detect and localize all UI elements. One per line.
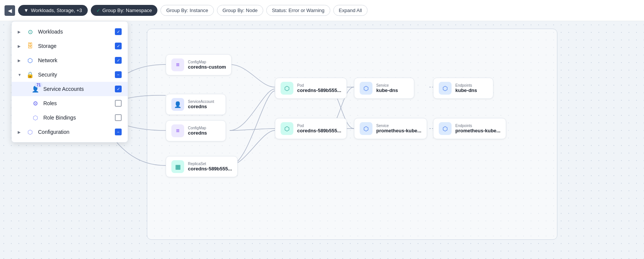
collapse-button[interactable]: ◀ <box>5 5 15 16</box>
service-icon: ⬡ <box>360 122 372 135</box>
chevron-right-icon: ▶ <box>18 58 22 63</box>
node-name: coredns-589b555... <box>297 87 341 93</box>
node-name: kube-dns <box>376 87 398 93</box>
service-accounts-checkbox[interactable]: ✓ <box>115 86 122 92</box>
group-instance-button[interactable]: Group By: Instance <box>160 5 214 16</box>
node-info: Endpoints prometheus-kube... <box>455 124 501 133</box>
sidebar-item-storage[interactable]: ▶ 🗄 Storage ✓ <box>12 39 128 53</box>
chevron-right-icon: ▶ <box>18 30 22 34</box>
role-bindings-icon: ⬡ <box>31 113 40 122</box>
node-info: Pod coredns-589b555... <box>297 124 341 133</box>
node-info: Service kube-dns <box>376 83 398 93</box>
node-name: prometheus-kube... <box>455 128 501 133</box>
security-icon: 🔒 <box>26 70 34 79</box>
node-info: Service prometheus-kube... <box>376 124 421 133</box>
sidebar-item-roles[interactable]: ▶ ⚙ Roles <box>12 96 128 110</box>
node-service-kube-dns[interactable]: ⬡ Service kube-dns <box>354 78 414 99</box>
group-node-label: Group By: Node <box>223 8 258 13</box>
roles-icon: ⚙ <box>31 99 40 107</box>
node-info: ConfigMap coredns-custom <box>188 60 226 70</box>
sidebar-item-role-bindings[interactable]: ▶ ⬡ Role Bindings <box>12 110 128 125</box>
network-icon: ⬡ <box>26 56 34 64</box>
pod-icon: ⬡ <box>281 82 293 95</box>
serviceaccount-icon: 👤 <box>171 98 184 111</box>
service-icon: ⬡ <box>360 82 372 95</box>
node-type: Endpoints <box>455 124 501 128</box>
node-info: ServiceAccount coredns <box>188 100 214 109</box>
toolbar: ◀ ▼ Workloads, Storage, +3 ✓ Group By: N… <box>0 0 644 21</box>
workloads-icon: ⊙ <box>26 28 34 36</box>
node-type: ReplicaSet <box>188 162 232 166</box>
sidebar-item-network[interactable]: ▶ ⬡ Network ✓ <box>12 53 128 67</box>
configuration-checkbox[interactable]: − <box>115 129 122 135</box>
node-name: coredns <box>188 130 207 136</box>
service-accounts-icon: 👤 71 <box>31 85 40 93</box>
node-pod2[interactable]: ⬡ Pod coredns-589b555... <box>275 118 347 139</box>
service-accounts-label: Service Accounts <box>43 86 111 92</box>
configmap-icon: ≡ <box>171 58 184 71</box>
storage-label: Storage <box>38 43 111 49</box>
status-filter-button[interactable]: Status: Error or Warning <box>266 5 330 16</box>
filter-label: Workloads, Storage, +3 <box>31 8 82 13</box>
node-endpoints-prometheus[interactable]: ⬡ Endpoints prometheus-kube... <box>433 118 506 139</box>
chevron-down-icon: ▼ <box>18 73 22 77</box>
sidebar-dropdown: ▶ ⊙ Workloads ✓ ▶ 🗄 Storage ✓ ▶ ⬡ Networ… <box>11 21 128 143</box>
node-pod1[interactable]: ⬡ Pod coredns-589b555... <box>275 78 347 99</box>
network-checkbox[interactable]: ✓ <box>115 57 122 64</box>
replicaset-icon: ▦ <box>171 160 184 173</box>
service-accounts-badge: 71 <box>35 83 43 87</box>
node-type: Pod <box>297 124 341 128</box>
filter-icon: ▼ <box>24 8 29 13</box>
configuration-label: Configuration <box>38 129 111 135</box>
filter-workloads-button[interactable]: ▼ Workloads, Storage, +3 <box>18 5 88 16</box>
node-configmap-custom[interactable]: ≡ ConfigMap coredns-custom <box>166 54 232 75</box>
security-checkbox[interactable]: − <box>115 71 122 78</box>
storage-checkbox[interactable]: ✓ <box>115 43 122 49</box>
node-service-prometheus[interactable]: ⬡ Service prometheus-kube... <box>354 118 427 139</box>
node-configmap-coredns[interactable]: ≡ ConfigMap coredns <box>166 120 226 141</box>
node-name: kube-dns <box>455 87 477 93</box>
node-name: coredns-589b555... <box>188 166 232 172</box>
storage-icon: 🗄 <box>26 42 34 50</box>
node-endpoints-kube-dns[interactable]: ⬡ Endpoints kube-dns <box>433 78 493 99</box>
node-info: ReplicaSet coredns-589b555... <box>188 162 232 172</box>
network-label: Network <box>38 57 111 63</box>
expand-all-label: Expand All <box>339 8 362 13</box>
node-info: Pod coredns-589b555... <box>297 83 341 93</box>
node-name: coredns <box>188 104 214 109</box>
check-icon: ✓ <box>96 8 100 13</box>
node-info: Endpoints kube-dns <box>455 83 477 93</box>
workloads-label: Workloads <box>38 29 111 35</box>
configmap-icon: ≡ <box>171 124 184 137</box>
node-type: Pod <box>297 83 341 87</box>
node-name: coredns-589b555... <box>297 128 341 133</box>
expand-all-button[interactable]: Expand All <box>333 5 368 16</box>
node-type: Endpoints <box>455 83 477 87</box>
security-label: Security <box>38 72 111 78</box>
sidebar-item-service-accounts[interactable]: ▶ 👤 71 Service Accounts ✓ <box>12 82 128 96</box>
group-node-button[interactable]: Group By: Node <box>217 5 263 16</box>
status-label: Status: Error or Warning <box>272 8 325 13</box>
node-info: ConfigMap coredns <box>188 126 207 136</box>
node-name: prometheus-kube... <box>376 128 421 133</box>
node-replicaset[interactable]: ▦ ReplicaSet coredns-589b555... <box>166 156 238 177</box>
endpoints-icon: ⬡ <box>439 122 452 135</box>
roles-checkbox[interactable] <box>115 100 122 107</box>
node-serviceaccount[interactable]: 👤 ServiceAccount coredns <box>166 94 226 115</box>
group-instance-label: Group By: Instance <box>166 8 208 13</box>
configuration-icon: ⬡ <box>26 128 34 136</box>
sidebar-item-configuration[interactable]: ▶ ⬡ Configuration − <box>12 125 128 139</box>
sidebar-item-workloads[interactable]: ▶ ⊙ Workloads ✓ <box>12 25 128 39</box>
node-type: ServiceAccount <box>188 100 214 104</box>
role-bindings-checkbox[interactable] <box>115 114 122 121</box>
node-type: Service <box>376 83 398 87</box>
sidebar-item-security[interactable]: ▼ 🔒 Security − <box>12 67 128 82</box>
node-type: ConfigMap <box>188 126 207 130</box>
chevron-right-icon: ▶ <box>18 130 22 134</box>
group-namespace-label: Group By: Namespace <box>102 8 152 13</box>
node-name: coredns-custom <box>188 64 226 70</box>
group-namespace-button[interactable]: ✓ Group By: Namespace <box>91 5 158 16</box>
pod-icon: ⬡ <box>281 122 293 135</box>
endpoints-icon: ⬡ <box>439 82 452 95</box>
workloads-checkbox[interactable]: ✓ <box>115 28 122 35</box>
